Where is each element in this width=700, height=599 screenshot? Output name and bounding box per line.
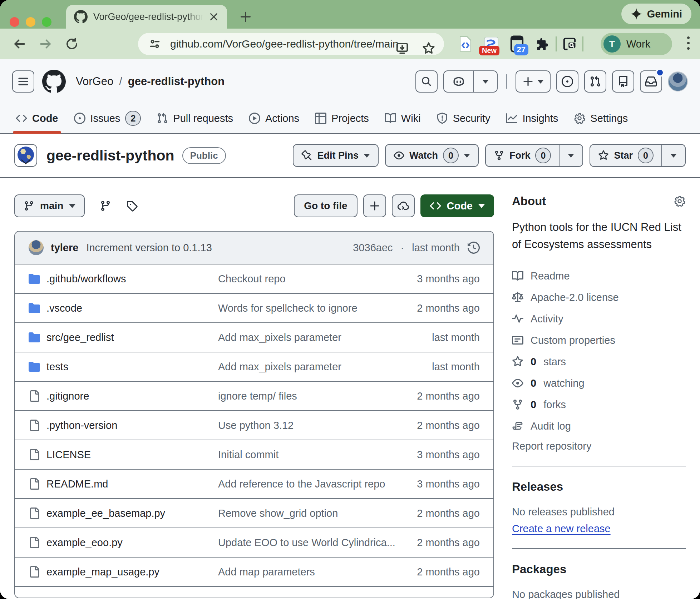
watch-button[interactable]: Watch 0 [385,144,479,167]
edit-pins-button[interactable]: Edit Pins [293,144,379,167]
address-bar[interactable]: github.com/VorGeo/gee-redlist-python/tre… [138,33,444,55]
file-row[interactable]: README.md Add reference to the Javascrip… [15,470,493,499]
file-browser: main Go to file Code [14,194,494,599]
sidebar-link-forks[interactable]: 0 forks [512,394,686,415]
sidebar-link-license[interactable]: Apache-2.0 license [512,287,686,308]
folder-icon [29,273,40,284]
bookmark-star-icon[interactable] [422,41,435,55]
create-release-link[interactable]: Create a new release [512,523,611,535]
install-app-icon[interactable] [395,41,409,55]
file-row[interactable]: tests Add max_pixels parameter last mont… [15,352,493,382]
close-window-button[interactable] [10,17,19,27]
star-dropdown[interactable] [662,145,685,166]
inbox-button[interactable] [640,70,662,93]
issues-button[interactable] [556,70,578,93]
history-icon[interactable] [468,242,480,254]
code-file-extension-icon[interactable] [458,35,473,53]
url-text[interactable]: github.com/VorGeo/gee-redlist-python/tre… [170,38,399,50]
sidebar-link-watching[interactable]: 0 watching [512,372,686,394]
commit-author[interactable]: tylere [51,242,78,254]
user-avatar[interactable] [668,71,688,91]
browser-window: VorGeo/gee-redlist-python: P Gemini gith… [0,0,700,599]
site-settings-icon[interactable] [149,38,161,50]
edit-about-gear-icon[interactable] [674,195,686,207]
go-to-file-button[interactable]: Go to file [294,194,357,217]
file-row[interactable]: LICENSE Initial commit 3 months ago [15,440,493,470]
fork-dropdown[interactable] [559,145,582,166]
sidebar-link-custom-properties[interactable]: Custom properties [512,330,686,351]
copilot-dropdown[interactable] [474,71,497,92]
copilot-button-group[interactable] [443,70,498,93]
latest-commit-bar[interactable]: tylere Increment version to 0.1.13 3036a… [15,232,493,264]
copilot-icon[interactable] [444,71,474,92]
sidebar-link-audit-log[interactable]: Audit log [512,415,686,437]
org-avatar[interactable] [14,144,37,167]
fork-button-group[interactable]: Fork 0 [485,144,583,167]
add-file-button[interactable] [363,194,386,217]
search-tabs-icon[interactable] [562,35,577,53]
file-row[interactable]: .gitignore ignore temp/ files 2 months a… [15,382,493,411]
github-logo[interactable] [42,70,66,93]
extensions-puzzle-icon[interactable] [535,35,551,53]
browser-menu-button[interactable] [686,36,690,50]
breadcrumb-owner[interactable]: VorGeo [76,75,113,88]
calendar-extension-icon[interactable]: 27 [509,35,525,53]
repo-header: gee-redlist-python Public Edit Pins Watc… [0,134,700,178]
reload-button[interactable] [65,37,79,51]
repo-sidebar: About Python tools for the IUCN Red List… [512,194,686,599]
file-row[interactable]: .github/workflows Checkout repo 3 months… [15,264,493,294]
star-button-group[interactable]: Star 0 [590,144,686,167]
tab-projects[interactable]: Projects [307,104,377,133]
sidebar-link-stars[interactable]: 0 stars [512,351,686,372]
repositories-button[interactable] [612,70,634,93]
pull-requests-button[interactable] [584,70,606,93]
sidebar-link-readme[interactable]: Readme [512,265,686,287]
close-tab-icon[interactable] [208,11,219,22]
branches-icon[interactable] [100,200,111,212]
search-button[interactable] [415,70,438,93]
tab-wiki[interactable]: Wiki [377,104,429,133]
browser-tab[interactable]: VorGeo/gee-redlist-python: P [66,5,227,29]
file-row[interactable]: example_map_usage.py Add map parameters … [15,558,493,587]
browser-profile-button[interactable]: T Work [601,33,672,55]
codespaces-icon-button[interactable] [392,194,415,217]
repo-nav: Code Issues 2 Pull requests Actions Proj… [0,104,700,134]
new-badged-extension-icon[interactable]: New [483,35,499,53]
global-nav-menu-button[interactable] [12,70,34,93]
github-favicon [74,10,88,24]
file-row[interactable]: .python-version Use python 3.12 2 months… [15,411,493,440]
commit-author-avatar[interactable] [29,240,44,255]
new-tab-button[interactable] [236,7,255,26]
sidebar-link-activity[interactable]: Activity [512,308,686,330]
releases-empty-text: No releases published [512,504,686,520]
tab-insights[interactable]: Insights [498,104,566,133]
breadcrumb-repo[interactable]: gee-redlist-python [128,75,225,88]
commit-sha[interactable]: 3036aec [353,242,393,254]
back-button[interactable] [13,37,26,51]
gemini-button[interactable]: Gemini [621,4,691,24]
tab-settings[interactable]: Settings [566,104,636,133]
minimize-window-button[interactable] [26,17,35,27]
file-row[interactable]: src/gee_redlist Add max_pixels parameter… [15,323,493,352]
file-row[interactable] [15,587,493,598]
tab-issues[interactable]: Issues 2 [66,104,149,133]
repo-title[interactable]: gee-redlist-python [46,147,174,164]
forward-button[interactable] [39,37,52,51]
visibility-badge: Public [182,147,226,164]
tab-actions[interactable]: Actions [241,104,307,133]
file-row[interactable]: example_eoo.py Update EOO to use World C… [15,528,493,558]
file-row[interactable]: example_ee_basemap.py Remove show_grid o… [15,499,493,528]
commit-message[interactable]: Increment version to 0.1.13 [86,242,212,254]
tags-icon[interactable] [126,200,138,212]
create-new-button[interactable] [516,70,551,93]
fork-button[interactable]: Fork 0 [486,145,560,166]
tab-security[interactable]: Security [429,104,498,133]
tab-pull-requests[interactable]: Pull requests [149,104,241,133]
tab-code[interactable]: Code [8,104,66,133]
file-row[interactable]: .vscode Words for spellcheck to ignore 2… [15,294,493,323]
zoom-window-button[interactable] [42,17,51,27]
report-repository-link[interactable]: Report repository [512,440,686,452]
branch-selector[interactable]: main [14,194,85,217]
star-button[interactable]: Star 0 [590,145,662,166]
code-button[interactable]: Code [420,194,494,217]
